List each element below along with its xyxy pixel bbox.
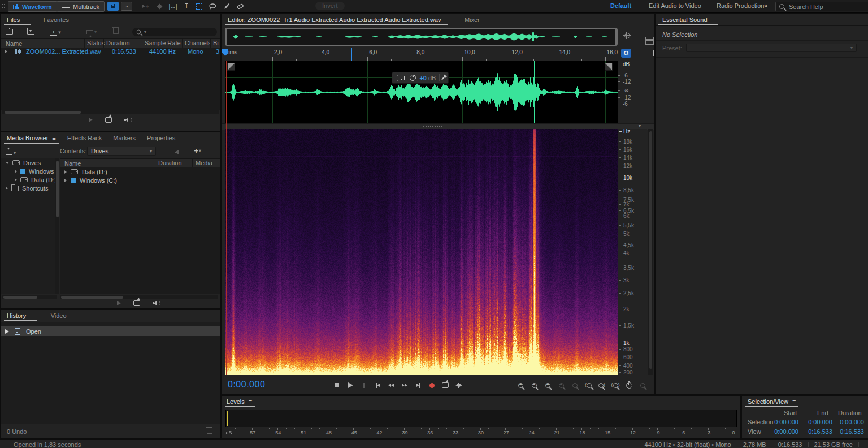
pause-button[interactable] [358, 380, 370, 390]
preset-dropdown[interactable]: ▾ [686, 44, 857, 52]
tab-levels[interactable]: Levels≡ [222, 396, 258, 407]
col-duration[interactable]: Duration [106, 40, 130, 46]
media-autoplay-button[interactable] [153, 300, 160, 306]
workspace-selector[interactable]: Default [610, 2, 631, 9]
loop-button[interactable] [440, 380, 451, 390]
media-tree-hscrollbar[interactable] [2, 295, 57, 299]
clear-history-button[interactable] [207, 428, 212, 434]
waveform-display[interactable] [225, 61, 618, 123]
col-bit-depth[interactable]: Bi [213, 40, 219, 46]
media-import-button[interactable]: ▾ [6, 151, 16, 156]
media-add-button[interactable]: +▾ [194, 147, 201, 155]
tab-effects-rack[interactable]: Effects Rack [62, 132, 108, 144]
time-selection-tool[interactable]: |↔| [167, 2, 179, 11]
help-search-input[interactable] [788, 3, 852, 11]
ibeam-tool[interactable]: I [181, 2, 192, 11]
tab-markers[interactable]: Markers [107, 132, 141, 144]
lasso-selection-tool[interactable] [207, 2, 218, 11]
spectrogram-display[interactable] [225, 129, 618, 375]
delete-file-button[interactable] [113, 28, 119, 34]
tree-item-windows[interactable]: Windows [1, 167, 58, 175]
zoom-in-time-button[interactable]: + [542, 380, 553, 390]
col-sample-rate[interactable]: Sample Rate [145, 40, 181, 46]
tab-editor[interactable]: Editor: ZOOM0022_Tr1 Audio Extracted Aud… [222, 14, 451, 25]
tab-history[interactable]: History≡ [1, 310, 40, 321]
skip-selection-button[interactable] [453, 380, 465, 390]
media-back-button[interactable] [175, 150, 179, 154]
scale-collapse-icon[interactable]: ▾ [639, 123, 641, 128]
media-loop-button[interactable] [133, 300, 140, 306]
overview-settings-icon[interactable] [624, 33, 630, 38]
history-menu-icon[interactable]: ≡ [30, 310, 33, 321]
sv-view-duration[interactable]: 0:16.533 [837, 428, 864, 435]
selection-view-menu-icon[interactable]: ≡ [792, 396, 796, 407]
workspace-radio-production[interactable]: Radio Production [717, 2, 764, 9]
workspace-menu-icon[interactable]: ≡ [636, 2, 640, 9]
zoom-to-selection-button[interactable]: ⟨⟩ [610, 380, 621, 390]
zoom-reset-button[interactable] [637, 380, 648, 390]
tree-expand-icon[interactable] [15, 170, 17, 173]
media-row-windows-c[interactable]: Windows (C:) [60, 176, 220, 184]
corner-handle-right-icon[interactable] [605, 63, 613, 71]
workspace-edit-audio-to-video[interactable]: Edit Audio to Video [649, 2, 701, 9]
tab-selection-view[interactable]: Selection/View≡ [742, 396, 801, 407]
tab-essential-sound[interactable]: Essential Sound≡ [656, 14, 721, 25]
snap-toggle-button[interactable]: Ω [621, 49, 631, 58]
help-search[interactable] [775, 2, 868, 11]
zoom-out-time-button[interactable]: − [555, 380, 567, 390]
gain-hud[interactable]: +0 dB [392, 72, 449, 84]
ruler-marker-button[interactable] [653, 50, 654, 56]
zoom-timer-button[interactable] [623, 380, 635, 390]
zoom-in-button[interactable]: + [515, 380, 526, 390]
tab-favorites[interactable]: Favorites [38, 14, 75, 25]
tab-mixer[interactable]: Mixer [459, 14, 485, 25]
hud-grip-icon[interactable] [395, 75, 398, 81]
row-expand-icon[interactable] [64, 170, 67, 174]
paintbrush-selection-tool[interactable] [220, 2, 232, 11]
tree-item-drives[interactable]: Drives [1, 158, 58, 167]
files-autoplay-button[interactable] [124, 117, 132, 123]
zoom-selection-button[interactable] [569, 380, 580, 390]
zoom-sel-left-button[interactable]: ⟨ [583, 380, 594, 390]
spectrogram-scrollbar[interactable] [648, 129, 653, 375]
waveform-display-toggle[interactable]: ~ [121, 2, 132, 11]
overview-display-icon[interactable] [645, 37, 654, 45]
zoom-out-button[interactable]: − [528, 380, 540, 390]
sv-view-start[interactable]: 0:00.000 [771, 428, 798, 435]
tree-item-shortcuts[interactable]: Shortcuts [1, 184, 58, 192]
sv-view-end[interactable]: 0:16.533 [805, 428, 832, 435]
levels-menu-icon[interactable]: ≡ [249, 396, 252, 407]
corner-handle-left-icon[interactable] [227, 63, 235, 71]
multitrack-view-button[interactable]: Multitrack [57, 1, 105, 12]
spectral-display-toggle[interactable] [107, 2, 119, 11]
files-play-button[interactable] [89, 118, 93, 122]
hud-gain-value[interactable]: +0 [419, 75, 427, 81]
media-play-button[interactable] [117, 301, 121, 305]
skip-end-button[interactable] [413, 380, 424, 390]
media-col-name[interactable]: Name ↑ [64, 160, 68, 166]
move-tool[interactable]: ✛ [140, 2, 151, 11]
invert-button[interactable]: Invert [315, 2, 345, 10]
overview-scrollbar[interactable] [225, 28, 618, 46]
sv-selection-end[interactable]: 0:00.000 [805, 419, 832, 425]
record-button[interactable] [426, 380, 437, 390]
toolbar-grip[interactable] [2, 3, 5, 9]
media-browser-menu-icon[interactable]: ≡ [52, 132, 55, 144]
stop-button[interactable] [331, 380, 342, 390]
razor-tool[interactable] [154, 2, 165, 11]
media-tree-scrollbar[interactable] [55, 158, 59, 294]
col-status[interactable]: Status [87, 40, 105, 46]
row-expand-icon[interactable] [64, 179, 67, 182]
import-file-button[interactable] [27, 29, 34, 35]
skip-start-button[interactable] [372, 380, 383, 390]
sv-selection-start[interactable]: 0:00.000 [771, 419, 798, 425]
open-file-button[interactable] [6, 29, 13, 35]
marquee-selection-tool[interactable] [193, 2, 205, 11]
editor-menu-icon[interactable]: ≡ [445, 14, 448, 25]
sv-selection-duration[interactable]: 0:00.000 [837, 419, 864, 425]
play-button[interactable] [345, 380, 356, 390]
rewind-button[interactable] [385, 380, 397, 390]
tree-expand-icon[interactable] [6, 162, 9, 164]
media-col-duration[interactable]: Duration [158, 160, 182, 166]
tree-expand-icon[interactable] [15, 178, 17, 182]
